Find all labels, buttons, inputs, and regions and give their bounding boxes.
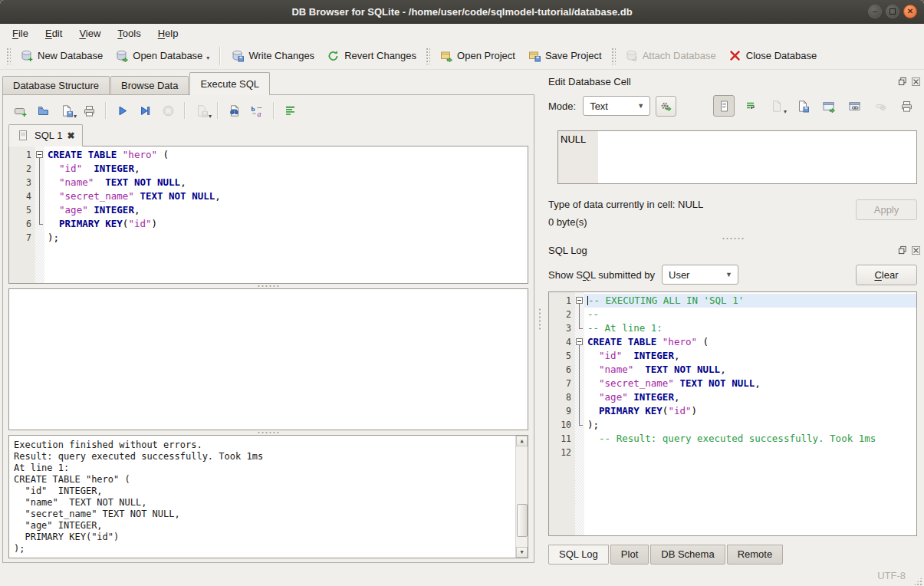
message-scrollbar[interactable]: ▲ ▼ <box>515 436 528 558</box>
fold-marker[interactable] <box>35 148 44 162</box>
export-cell-data-button[interactable] <box>791 95 813 117</box>
write-changes-button[interactable]: Write Changes <box>225 46 321 65</box>
splitter-dock-horizontal[interactable] <box>722 237 745 240</box>
code-line[interactable]: "age" INTEGER, <box>44 203 528 217</box>
float-panel-icon[interactable] <box>897 77 907 87</box>
find-replace-button[interactable]: ba <box>247 100 268 120</box>
new-sql-tab-button[interactable] <box>10 100 31 120</box>
code-line[interactable]: -- EXECUTING ALL IN 'SQL 1' <box>584 294 916 308</box>
text-mode-button[interactable] <box>713 95 735 117</box>
open-database-button[interactable]: Open Database▾ <box>109 46 215 65</box>
auto-switch-mode-button[interactable] <box>656 96 676 117</box>
code-line[interactable]: CREATE TABLE "hero" ( <box>584 335 916 349</box>
sql-code-editor[interactable]: 1CREATE TABLE "hero" (2 "id" INTEGER,3 "… <box>8 146 528 284</box>
token-pl <box>82 163 94 174</box>
code-line[interactable] <box>584 446 916 459</box>
open-in-external-button[interactable] <box>817 95 839 117</box>
toolbar-grip[interactable] <box>6 48 11 64</box>
tab-database-structure[interactable]: Database Structure <box>2 76 110 94</box>
token-pl: , <box>720 364 726 375</box>
mode-select[interactable]: Text ▼ <box>583 96 650 116</box>
scroll-down-button[interactable]: ▼ <box>516 547 528 558</box>
titlebar[interactable]: DB Browser for SQLite - /home/user/code/… <box>0 0 924 24</box>
code-line[interactable]: "age" INTEGER, <box>584 390 916 404</box>
fold-marker[interactable] <box>575 335 584 349</box>
menu-tools[interactable]: Tools <box>110 25 148 41</box>
code-line[interactable]: PRIMARY KEY("id") <box>44 217 528 231</box>
revert-changes-button[interactable]: Revert Changes <box>321 46 423 65</box>
execute-all-button[interactable] <box>112 100 133 120</box>
float-panel-icon[interactable] <box>897 245 907 255</box>
import-cell-data-button[interactable]: ▾ <box>765 95 787 117</box>
menu-help[interactable]: Help <box>150 25 186 41</box>
print-cell-button[interactable] <box>896 95 917 117</box>
token-kw: TEXT NOT NULL <box>140 190 215 202</box>
sql-document-tab[interactable]: SQL 1 ✖ <box>8 124 83 146</box>
menu-file[interactable]: File <box>5 25 36 41</box>
attach-database-button[interactable]: Attach Database <box>619 46 722 65</box>
code-line[interactable]: "secret_name" TEXT NOT NULL, <box>44 189 528 203</box>
save-sql-file-button[interactable]: ▾ <box>56 100 77 120</box>
token-str: "age" <box>599 391 628 403</box>
code-line[interactable]: CREATE TABLE "hero" ( <box>44 148 528 162</box>
code-line[interactable]: ); <box>44 231 528 245</box>
code-line[interactable]: "id" INTEGER, <box>44 162 528 176</box>
splitter-editor-results[interactable] <box>8 284 528 288</box>
apply-button[interactable]: Apply <box>856 199 917 220</box>
close-panel-icon[interactable] <box>911 77 921 87</box>
menu-edit[interactable]: Edit <box>38 25 70 41</box>
tab-browse-data[interactable]: Browse Data <box>110 76 189 94</box>
results-table-pane[interactable] <box>8 288 528 430</box>
cell-value-editor[interactable]: NULL <box>557 130 917 184</box>
line-number: 2 <box>549 308 575 321</box>
minimize-button[interactable]: – <box>868 5 882 18</box>
scroll-up-button[interactable]: ▲ <box>516 436 528 446</box>
bottom-tab-remote[interactable]: Remote <box>727 545 784 565</box>
resize-grip[interactable] <box>913 577 922 586</box>
execution-message-pane[interactable]: Execution finished without errors.Result… <box>8 435 528 558</box>
execute-current-line-button[interactable] <box>135 100 156 120</box>
token-str: "id" <box>668 405 691 416</box>
copy-cell-link-button[interactable] <box>843 95 865 117</box>
toolbar-grip[interactable] <box>611 48 616 64</box>
set-null-button[interactable] <box>870 95 891 117</box>
code-line[interactable]: -- <box>584 308 916 321</box>
close-sql-tab-icon[interactable]: ✖ <box>67 130 74 141</box>
toolbar-grip[interactable] <box>426 48 430 64</box>
bottom-tab-db-schema[interactable]: DB Schema <box>650 545 725 565</box>
save-project-button[interactable]: Save Project <box>521 46 608 65</box>
close-button[interactable]: ✕ <box>903 5 917 18</box>
code-line[interactable]: "id" INTEGER, <box>584 349 916 363</box>
print-sql-button[interactable] <box>79 100 100 120</box>
close-database-button[interactable]: Close Database <box>722 46 824 65</box>
bottom-tab-sql-log[interactable]: SQL Log <box>548 545 609 565</box>
open-sql-file-button[interactable] <box>33 100 54 120</box>
stop-execution-button[interactable] <box>158 100 179 120</box>
auto-format-icon <box>284 104 297 117</box>
find-button[interactable] <box>224 100 245 120</box>
code-line[interactable]: -- At line 1: <box>584 321 916 335</box>
code-line[interactable]: PRIMARY KEY("id") <box>584 404 916 418</box>
find-replace-icon: ba <box>251 104 264 117</box>
save-project-icon <box>528 49 541 62</box>
open-project-button[interactable]: Open Project <box>433 46 521 65</box>
bottom-tab-plot[interactable]: Plot <box>610 545 649 565</box>
clear-log-button[interactable]: Clear <box>856 265 917 285</box>
menu-view[interactable]: View <box>71 25 108 41</box>
scrollbar-thumb[interactable] <box>517 504 528 537</box>
code-line[interactable]: "name" TEXT NOT NULL, <box>584 363 916 377</box>
code-line[interactable]: "name" TEXT NOT NULL, <box>44 176 528 189</box>
tab-execute-sql[interactable]: Execute SQL <box>189 72 270 95</box>
code-line[interactable]: "secret_name" TEXT NOT NULL, <box>584 377 916 390</box>
sql-log-view[interactable]: 1-- EXECUTING ALL IN 'SQL 1'2--3-- At li… <box>548 291 917 536</box>
export-results-button[interactable]: ▾ <box>191 100 212 120</box>
auto-format-button[interactable] <box>280 100 301 120</box>
close-panel-icon[interactable] <box>911 245 921 255</box>
code-line[interactable]: ); <box>584 418 916 432</box>
submitted-by-select[interactable]: User ▼ <box>662 265 738 285</box>
new-database-button[interactable]: New Database <box>14 46 109 65</box>
fold-marker[interactable] <box>575 294 584 308</box>
word-wrap-button[interactable] <box>739 95 761 117</box>
code-line[interactable]: -- Result: query executed successfully. … <box>584 432 916 446</box>
maximize-button[interactable] <box>886 5 899 18</box>
